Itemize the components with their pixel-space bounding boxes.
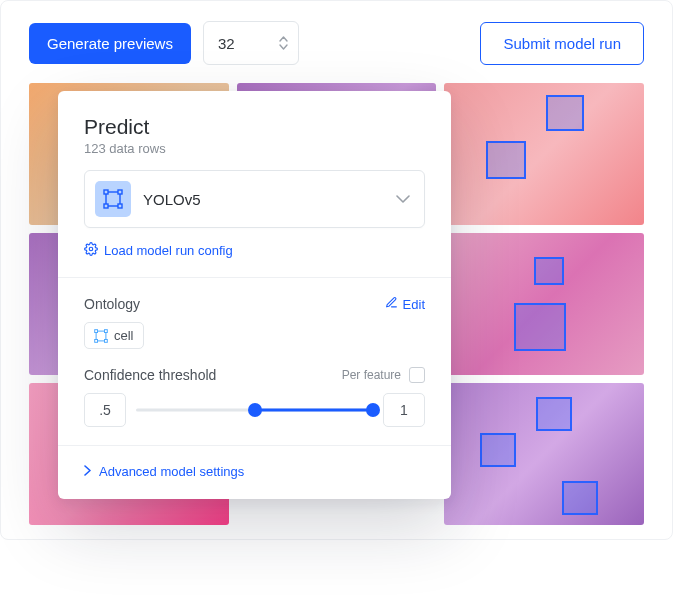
ontology-label: Ontology bbox=[84, 296, 140, 312]
load-config-label: Load model run config bbox=[104, 243, 233, 258]
confidence-max-input[interactable]: 1 bbox=[383, 393, 425, 427]
advanced-settings-label: Advanced model settings bbox=[99, 464, 244, 479]
chevron-right-icon bbox=[84, 464, 91, 479]
confidence-slider[interactable] bbox=[136, 400, 373, 420]
slider-knob-max[interactable] bbox=[366, 403, 380, 417]
model-select[interactable]: YOLOv5 bbox=[84, 170, 425, 228]
confidence-min-input[interactable]: .5 bbox=[84, 393, 126, 427]
edit-ontology-link[interactable]: Edit bbox=[385, 296, 425, 312]
bounding-box bbox=[546, 95, 584, 131]
bounding-box bbox=[562, 481, 598, 515]
top-toolbar: Generate previews 32 Submit model run bbox=[29, 21, 644, 65]
generate-previews-button[interactable]: Generate previews bbox=[29, 23, 191, 64]
model-name: YOLOv5 bbox=[143, 191, 384, 208]
bounding-box bbox=[514, 303, 566, 351]
load-config-link[interactable]: Load model run config bbox=[84, 242, 425, 259]
grid-tile[interactable] bbox=[444, 383, 644, 525]
preview-count-stepper[interactable]: 32 bbox=[203, 21, 299, 65]
svg-rect-2 bbox=[118, 190, 122, 194]
gear-icon bbox=[84, 242, 98, 259]
bounding-box bbox=[480, 433, 516, 467]
svg-rect-8 bbox=[105, 329, 108, 332]
grid-tile[interactable] bbox=[444, 83, 644, 225]
svg-point-5 bbox=[89, 247, 93, 251]
bounding-box bbox=[536, 397, 572, 431]
pencil-icon bbox=[385, 296, 398, 312]
advanced-settings-toggle[interactable]: Advanced model settings bbox=[84, 464, 425, 479]
slider-knob-min[interactable] bbox=[248, 403, 262, 417]
chip-label: cell bbox=[114, 328, 134, 343]
svg-rect-7 bbox=[95, 329, 98, 332]
ontology-chip[interactable]: cell bbox=[84, 322, 144, 349]
grid-tile[interactable] bbox=[444, 233, 644, 375]
svg-rect-10 bbox=[105, 339, 108, 342]
preview-count-value: 32 bbox=[218, 35, 235, 52]
svg-rect-4 bbox=[118, 204, 122, 208]
bounding-box bbox=[486, 141, 526, 179]
confidence-label: Confidence threshold bbox=[84, 367, 216, 383]
bounding-box-icon bbox=[95, 181, 131, 217]
bounding-box-icon bbox=[94, 329, 108, 343]
per-feature-checkbox[interactable] bbox=[409, 367, 425, 383]
submit-model-run-button[interactable]: Submit model run bbox=[480, 22, 644, 65]
card-subtitle: 123 data rows bbox=[84, 141, 425, 156]
divider bbox=[58, 277, 451, 278]
chevron-down-icon bbox=[396, 190, 410, 208]
divider bbox=[58, 445, 451, 446]
edit-label: Edit bbox=[403, 297, 425, 312]
bounding-box bbox=[534, 257, 564, 285]
per-feature-label: Per feature bbox=[342, 368, 401, 382]
card-title: Predict bbox=[84, 115, 425, 139]
svg-rect-3 bbox=[104, 204, 108, 208]
svg-rect-1 bbox=[104, 190, 108, 194]
svg-rect-9 bbox=[95, 339, 98, 342]
stepper-arrows-icon[interactable] bbox=[279, 36, 288, 50]
predict-card: Predict 123 data rows YOLOv5 Load model … bbox=[58, 91, 451, 499]
